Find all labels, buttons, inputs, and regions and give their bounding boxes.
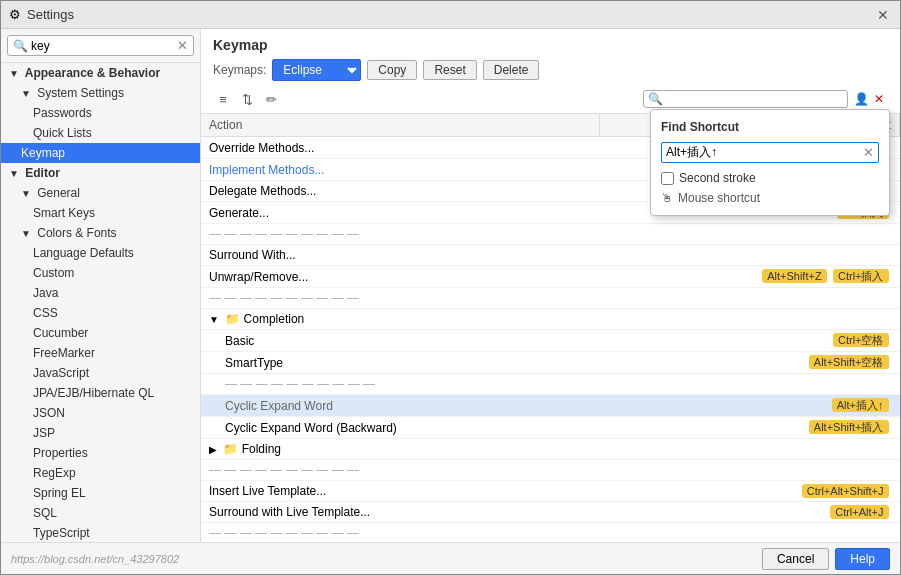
main-area: Keymap Keymaps: Eclipse Copy Reset Delet… <box>201 29 900 542</box>
sidebar-item-typescript[interactable]: TypeScript <box>1 523 200 542</box>
keymap-select[interactable]: Eclipse <box>272 59 361 81</box>
table-row: — — — — — — — — — — <box>201 523 900 543</box>
sidebar-item-editor[interactable]: ▼ Editor <box>1 163 200 183</box>
search-icon: 🔍 <box>13 39 28 53</box>
sidebar-item-appearance-behavior[interactable]: ▼ Appearance & Behavior <box>1 63 200 83</box>
sidebar-item-json[interactable]: JSON <box>1 403 200 423</box>
copy-button[interactable]: Copy <box>367 60 417 80</box>
second-stroke-label[interactable]: Second stroke <box>679 171 756 185</box>
watermark: https://blog.csdn.net/cn_43297802 <box>11 553 179 565</box>
mouse-shortcut-label: Mouse shortcut <box>678 191 760 205</box>
mouse-shortcut-row: 🖱 Mouse shortcut <box>661 191 879 205</box>
keymap-select-wrap: Eclipse <box>272 59 361 81</box>
sidebar-item-spring-el[interactable]: Spring EL <box>1 483 200 503</box>
keymap-title: Keymap <box>213 37 888 53</box>
folder-icon: 📁 <box>223 442 238 456</box>
table-row[interactable]: Cyclic Expand Word Alt+插入↑ <box>201 395 900 417</box>
separator-cell: — — — — — — — — — — <box>201 374 900 395</box>
sidebar-item-jpa-ejb[interactable]: JPA/EJB/Hibernate QL <box>1 383 200 403</box>
shortcut-cell: Ctrl+空格 <box>600 330 900 352</box>
sidebar-item-system-settings[interactable]: ▼ System Settings <box>1 83 200 103</box>
sidebar-item-passwords[interactable]: Passwords <box>1 103 200 123</box>
sidebar-item-quick-lists[interactable]: Quick Lists <box>1 123 200 143</box>
action-cell: Basic <box>201 330 600 352</box>
sidebar-item-css[interactable]: CSS <box>1 303 200 323</box>
cancel-button[interactable]: Cancel <box>762 548 829 570</box>
action-cell: SmartType <box>201 352 600 374</box>
table-row: — — — — — — — — — — <box>201 460 900 481</box>
table-row[interactable]: ▶ 📁 Folding <box>201 439 900 460</box>
keymap-controls: Keymaps: Eclipse Copy Reset Delete <box>213 59 888 81</box>
filter-search-icon: 🔍 <box>648 92 663 106</box>
find-shortcut-input-wrap: ✕ <box>661 142 879 163</box>
table-row[interactable]: Cyclic Expand Word (Backward) Alt+Shift+… <box>201 417 900 439</box>
delete-button[interactable]: Delete <box>483 60 540 80</box>
sort-icon[interactable]: ⇅ <box>237 89 257 109</box>
table-row[interactable]: Unwrap/Remove... Alt+Shift+Z Ctrl+插入 <box>201 266 900 288</box>
help-button[interactable]: Help <box>835 548 890 570</box>
title-bar-left: ⚙ Settings <box>9 7 74 22</box>
reset-button[interactable]: Reset <box>423 60 476 80</box>
settings-icon: ⚙ <box>9 7 21 22</box>
action-cell: Unwrap/Remove... <box>201 266 600 288</box>
shortcut-cell <box>600 245 900 266</box>
shortcut-cell <box>600 309 900 330</box>
action-cell: ▼ 📁 Completion <box>201 309 600 330</box>
find-shortcut-clear-icon[interactable]: ✕ <box>863 145 874 160</box>
sidebar-item-language-defaults[interactable]: Language Defaults <box>1 243 200 263</box>
table-row[interactable]: Surround with Live Template... Ctrl+Alt+… <box>201 502 900 523</box>
sidebar-item-general[interactable]: ▼ General <box>1 183 200 203</box>
shortcut-cell: Alt+Shift+空格 <box>600 352 900 374</box>
shortcut-badge: Ctrl+插入 <box>833 269 889 283</box>
sidebar-item-javascript[interactable]: JavaScript <box>1 363 200 383</box>
search-input[interactable] <box>31 39 177 53</box>
sidebar-item-regexp[interactable]: RegExp <box>1 463 200 483</box>
search-filter: 🔍 👤 ✕ <box>643 90 888 108</box>
shortcut-cell <box>600 439 900 460</box>
folder-icon: 📁 <box>225 312 240 326</box>
action-cell: Override Methods... <box>201 137 600 159</box>
find-shortcut-title: Find Shortcut <box>661 120 879 134</box>
sidebar-item-sql[interactable]: SQL <box>1 503 200 523</box>
sidebar-item-keymap[interactable]: Keymap <box>1 143 200 163</box>
search-clear-icon[interactable]: ✕ <box>177 38 188 53</box>
table-row[interactable]: Insert Live Template... Ctrl+Alt+Shift+J <box>201 481 900 502</box>
window-title: Settings <box>27 7 74 22</box>
sidebar-item-java[interactable]: Java <box>1 283 200 303</box>
bottom-bar: https://blog.csdn.net/cn_43297802 Cancel… <box>1 542 900 574</box>
table-row[interactable]: Surround With... <box>201 245 900 266</box>
keymaps-label: Keymaps: <box>213 63 266 77</box>
keymap-header: Keymap Keymaps: Eclipse Copy Reset Delet… <box>201 29 900 85</box>
settings-window: ⚙ Settings ✕ 🔍 ✕ ▼ Appearance & Behavior… <box>0 0 901 575</box>
sidebar-item-jsp[interactable]: JSP <box>1 423 200 443</box>
arrow-icon: ▼ <box>9 168 19 179</box>
arrow-icon: ▼ <box>21 188 31 199</box>
close-button[interactable]: ✕ <box>874 6 892 24</box>
shortcut-badge: Alt+Shift+Z <box>762 269 826 283</box>
find-shortcut-icon[interactable]: 👤 <box>852 90 870 108</box>
arrow-icon: ▼ <box>21 228 31 239</box>
clear-filter-icon[interactable]: ✕ <box>870 90 888 108</box>
table-row[interactable]: Basic Ctrl+空格 <box>201 330 900 352</box>
filter-input[interactable] <box>663 92 843 106</box>
arrow-icon: ▼ <box>9 68 19 79</box>
sidebar-item-cucumber[interactable]: Cucumber <box>1 323 200 343</box>
sidebar-item-custom[interactable]: Custom <box>1 263 200 283</box>
second-stroke-checkbox[interactable] <box>661 172 674 185</box>
sidebar-item-properties[interactable]: Properties <box>1 443 200 463</box>
table-row[interactable]: SmartType Alt+Shift+空格 <box>201 352 900 374</box>
mouse-icon: 🖱 <box>661 191 673 205</box>
edit-icon[interactable]: ✏ <box>261 89 281 109</box>
shortcut-badge: Ctrl+空格 <box>833 333 889 347</box>
sidebar-item-colors-fonts[interactable]: ▼ Colors & Fonts <box>1 223 200 243</box>
sidebar-item-smart-keys[interactable]: Smart Keys <box>1 203 200 223</box>
shortcut-badge: Alt+Shift+空格 <box>809 355 889 369</box>
expand-all-icon[interactable]: ≡ <box>213 89 233 109</box>
action-cell: Generate... <box>201 202 600 224</box>
sidebar-item-freemarker[interactable]: FreeMarker <box>1 343 200 363</box>
action-cell: Insert Live Template... <box>201 481 600 502</box>
table-row: — — — — — — — — — — <box>201 374 900 395</box>
find-shortcut-input[interactable] <box>666 146 863 160</box>
separator-cell: — — — — — — — — — — <box>201 224 900 245</box>
table-row[interactable]: ▼ 📁 Completion <box>201 309 900 330</box>
